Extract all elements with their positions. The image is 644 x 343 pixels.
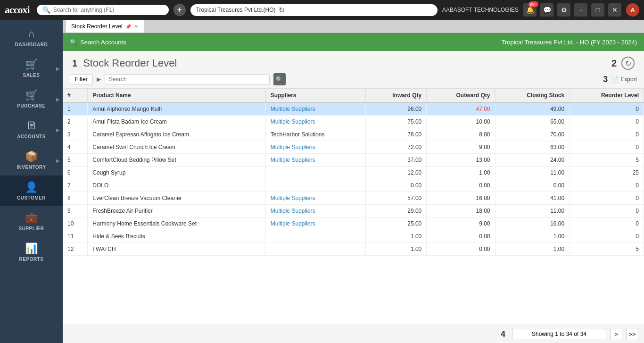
company-name: Tropical Treasures Pvt Ltd.(HO) (196, 7, 276, 13)
table-row[interactable]: 3Caramel Espresso Affogato Ice CreamTech… (63, 128, 644, 141)
row-product: Caramel Espresso Affogato Ice Cream (88, 128, 265, 141)
table-row[interactable]: 11Hide & Seek Biscuits1.000.001.000 (63, 230, 644, 243)
row-num: 3 (63, 128, 88, 141)
row-outward: 0.00 (427, 179, 495, 192)
row-supplier[interactable]: Multiple Suppliers (265, 154, 365, 167)
filter-play-icon[interactable]: ▶ (97, 76, 101, 83)
topbar: accoxi 🔍 + Tropical Treasures Pvt Ltd.(H… (0, 0, 644, 20)
row-product: EverClean Breeze Vacuum Cleaner (88, 192, 265, 205)
row-outward: 0.00 (427, 243, 495, 256)
notif-badge: 99+ (528, 1, 538, 7)
table-header-row: # Product Name Suppliers Inward Qty Outw… (63, 89, 644, 102)
sidebar-item-purchase[interactable]: 🛒 PURCHASE ▶ (0, 84, 63, 114)
row-inward: 29.00 (365, 205, 427, 218)
search-accounts-button[interactable]: 🔍 Search Accounts (70, 39, 126, 46)
pagination-last-button[interactable]: >> (626, 328, 638, 340)
table-row[interactable]: 9FreshBreeze Air PurifierMultiple Suppli… (63, 205, 644, 218)
row-reorder: 0 (570, 128, 644, 141)
search-icon: 🔍 (275, 76, 283, 83)
chevron-right-icon: ▶ (56, 96, 60, 101)
row-outward: 9.00 (427, 218, 495, 230)
maximize-button[interactable]: □ (591, 3, 604, 17)
row-reorder: 0 (570, 230, 644, 243)
row-closing: 1.00 (495, 243, 570, 256)
messages-button[interactable]: 💬 (540, 3, 553, 17)
row-num: 9 (63, 205, 88, 218)
refresh-button[interactable]: ↻ (621, 57, 635, 70)
notifications-button[interactable]: 🔔 99+ (523, 3, 537, 17)
toolbar-right: 3 📄 Export (603, 75, 637, 84)
row-inward: 25.00 (365, 218, 427, 230)
pagination-next-button[interactable]: > (610, 328, 622, 340)
sidebar-item-reports[interactable]: 📊 REPORTS (0, 237, 63, 268)
row-product: I WATCH (88, 243, 265, 256)
company-selector[interactable]: Tropical Treasures Pvt Ltd.(HO) ↻ (190, 4, 438, 16)
row-outward: 18.00 (427, 205, 495, 218)
filter-button[interactable]: Filter (70, 74, 93, 84)
row-closing: 0.00 (495, 179, 570, 192)
row-closing: 1.00 (495, 230, 570, 243)
global-search-bar[interactable]: 🔍 (37, 5, 169, 15)
tab-close-icon[interactable]: ✕ (134, 24, 138, 30)
row-supplier[interactable]: Multiple Suppliers (265, 102, 365, 116)
table-row[interactable]: 5ComfortCloud Bedding Pillow SetMultiple… (63, 154, 644, 167)
pagination-info-input (512, 329, 606, 339)
table-row[interactable]: 12I WATCH1.000.001.005 (63, 243, 644, 256)
row-supplier[interactable]: Multiple Suppliers (265, 205, 365, 218)
row-reorder: 0 (570, 218, 644, 230)
row-supplier[interactable]: Multiple Suppliers (265, 116, 365, 128)
bell-icon: 🔔 (526, 6, 534, 14)
filter-bar: Filter ▶ 🔍 3 📄 Export (63, 70, 644, 89)
row-supplier[interactable]: Multiple Suppliers (265, 141, 365, 154)
search-accounts-icon: 🔍 (70, 39, 77, 46)
row-reorder: 5 (570, 243, 644, 256)
row-outward: 9.00 (427, 141, 495, 154)
filter-search-input[interactable] (105, 74, 270, 84)
close-button[interactable]: ✕ (608, 3, 621, 17)
table-row[interactable]: 4Caramel Swirl Crunch Ice CreamMultiple … (63, 141, 644, 154)
table-row[interactable]: 1Amul Alphonso Mango KulfiMultiple Suppl… (63, 102, 644, 116)
chevron-right-icon: ▶ (56, 127, 60, 132)
filter-search-button[interactable]: 🔍 (273, 73, 286, 85)
message-icon: 💬 (543, 6, 551, 14)
step1-label: 1 (72, 58, 77, 69)
sidebar-item-customer[interactable]: 👤 CUSTOMER (0, 176, 63, 206)
minimize-button[interactable]: − (574, 3, 587, 17)
export-button[interactable]: 📄 Export (611, 76, 637, 83)
row-num: 8 (63, 192, 88, 205)
row-inward: 37.00 (365, 154, 427, 167)
row-reorder: 0 (570, 116, 644, 128)
row-product: FreshBreeze Air Purifier (88, 205, 265, 218)
row-closing: 70.00 (495, 128, 570, 141)
search-icon: 🔍 (42, 6, 50, 14)
settings-button[interactable]: ⚙ (557, 3, 570, 17)
accounts-icon: 🖹 (26, 120, 37, 132)
col-num: # (63, 89, 88, 102)
sidebar-item-supplier[interactable]: 💼 SUPPLIER (0, 206, 63, 237)
row-closing: 41.00 (495, 192, 570, 205)
table-row[interactable]: 8EverClean Breeze Vacuum CleanerMultiple… (63, 192, 644, 205)
table-row[interactable]: 7DOLO0.000.000.000 (63, 179, 644, 192)
row-supplier (265, 179, 365, 192)
row-outward: 13.00 (427, 154, 495, 167)
refresh-icon[interactable]: ↻ (279, 6, 285, 15)
tab-stock-reorder[interactable]: Stock Reorder Level 📌 ✕ (65, 20, 144, 33)
add-button[interactable]: + (173, 4, 186, 16)
row-product: Cough Syrup (88, 167, 265, 179)
row-outward: 47.00 (427, 102, 495, 116)
sidebar-item-accounts[interactable]: 🖹 ACCOUNTS ▶ (0, 114, 63, 145)
global-search-input[interactable] (53, 7, 157, 13)
row-supplier[interactable]: Multiple Suppliers (265, 218, 365, 230)
row-supplier[interactable]: Multiple Suppliers (265, 192, 365, 205)
row-reorder: 25 (570, 167, 644, 179)
chevron-right-icon: ▶ (56, 158, 60, 163)
table-row[interactable]: 10Harmony Home Essentials Cookware SetMu… (63, 218, 644, 230)
sidebar-item-dashboard[interactable]: ⌂ DASHBOARD (0, 22, 63, 53)
sidebar-item-inventory[interactable]: 📦 INVENTORY ▶ (0, 145, 63, 176)
chevron-right-icon: ▶ (56, 66, 60, 71)
table-wrapper: # Product Name Suppliers Inward Qty Outw… (63, 89, 644, 325)
table-row[interactable]: 2Amul Pista Badam Ice CreamMultiple Supp… (63, 116, 644, 128)
table-row[interactable]: 6Cough Syrup12.001.0011.0025 (63, 167, 644, 179)
sidebar-item-sales[interactable]: 🛒 SALES ▶ (0, 53, 63, 84)
row-inward: 1.00 (365, 230, 427, 243)
